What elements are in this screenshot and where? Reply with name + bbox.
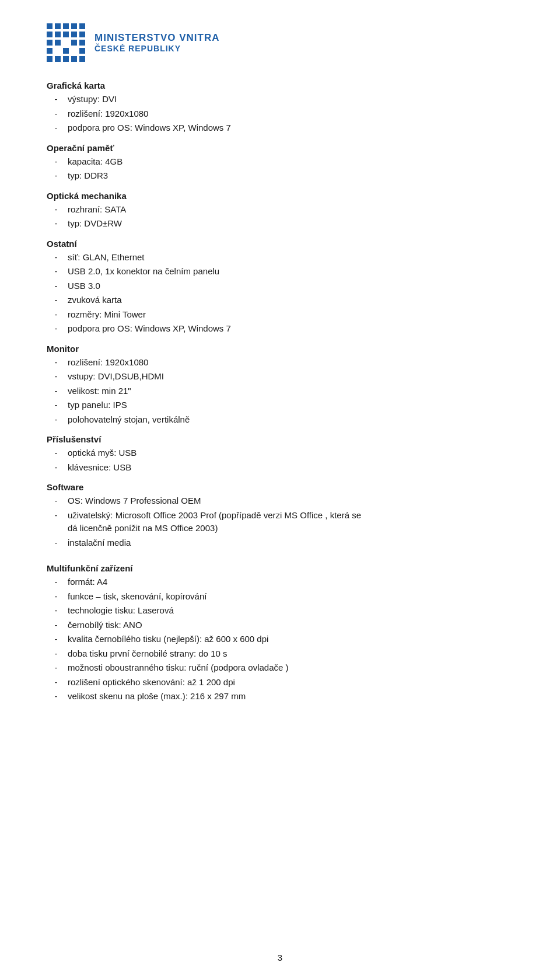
section-title-opticka-mechanika: Optická mechanika	[47, 191, 513, 201]
section-graficka-karta: Grafická karta - výstupy: DVI - rozlišen…	[47, 81, 513, 135]
section-multifunkcni: Multifunkční zařízení - formát: A4 - fun…	[47, 563, 513, 703]
item-text: rozlišení: 1920x1080	[68, 356, 513, 369]
svg-rect-11	[55, 40, 61, 46]
item-text: polohovatelný stojan, vertikálně	[68, 413, 513, 427]
dash: -	[47, 169, 65, 183]
item-text: kapacita: 4GB	[68, 155, 513, 169]
header: MINISTERSTVO VNITRA ČESKÉ REPUBLIKY	[47, 23, 513, 62]
dash: -	[47, 413, 65, 427]
svg-rect-13	[79, 40, 85, 46]
list-item: - síť: GLAN, Ethernet	[47, 251, 513, 264]
item-text: typ panelu: IPS	[68, 399, 513, 412]
svg-rect-0	[47, 23, 52, 29]
list-item: - technologie tisku: Laserová	[47, 604, 513, 618]
item-text: síť: GLAN, Ethernet	[68, 251, 513, 264]
svg-rect-10	[47, 40, 52, 46]
section-title-multifunkcni: Multifunkční zařízení	[47, 563, 513, 573]
dash: -	[47, 121, 65, 135]
dash: -	[47, 447, 65, 460]
item-text: velikost: min 21"	[68, 385, 513, 398]
list-item: - černobílý tisk: ANO	[47, 619, 513, 632]
item-text: velikost skenu na ploše (max.): 216 x 29…	[68, 690, 513, 703]
list-item: - instalační media	[47, 536, 513, 550]
list-monitor: - rozlišení: 1920x1080 - vstupy: DVI,DSU…	[47, 356, 513, 427]
dash: -	[47, 509, 65, 522]
list-item: - vstupy: DVI,DSUB,HDMI	[47, 370, 513, 383]
item-text: podpora pro OS: Windows XP, Windows 7	[68, 121, 513, 135]
list-multifunkcni: - formát: A4 - funkce – tisk, skenování,…	[47, 576, 513, 703]
item-text: možnosti oboustranného tisku: ruční (pod…	[68, 661, 513, 675]
svg-rect-1	[55, 23, 61, 29]
list-item: - typ: DVD±RW	[47, 217, 513, 231]
dash: -	[47, 217, 65, 231]
dash: -	[47, 385, 65, 398]
list-item: - polohovatelný stojan, vertikálně	[47, 413, 513, 427]
list-item: - typ panelu: IPS	[47, 399, 513, 412]
list-item: - rozměry: Mini Tower	[47, 308, 513, 322]
dash: -	[47, 590, 65, 604]
item-text: rozlišení optického skenování: až 1 200 …	[68, 676, 513, 689]
dash: -	[47, 536, 65, 550]
item-text: černobílý tisk: ANO	[68, 619, 513, 632]
item-text: typ: DVD±RW	[68, 217, 513, 231]
item-text: zvuková karta	[68, 294, 513, 307]
item-text: funkce – tisk, skenování, kopírování	[68, 590, 513, 604]
list-item: - podpora pro OS: Windows XP, Windows 7	[47, 121, 513, 135]
list-ostatni: - síť: GLAN, Ethernet - USB 2.0, 1x kone…	[47, 251, 513, 336]
svg-rect-7	[63, 32, 69, 37]
dash: -	[47, 294, 65, 307]
dash: -	[47, 251, 65, 264]
svg-rect-20	[71, 56, 77, 62]
svg-rect-12	[71, 40, 77, 46]
section-monitor: Monitor - rozlišení: 1920x1080 - vstupy:…	[47, 344, 513, 427]
dash: -	[47, 676, 65, 689]
svg-rect-9	[79, 32, 85, 37]
dash: -	[47, 461, 65, 475]
svg-rect-3	[71, 23, 77, 29]
section-title-software: Software	[47, 482, 513, 492]
list-item: - možnosti oboustranného tisku: ruční (p…	[47, 661, 513, 675]
item-text: výstupy: DVI	[68, 93, 513, 106]
svg-rect-5	[47, 32, 52, 37]
list-item: - doba tisku první černobilé strany: do …	[47, 647, 513, 661]
section-operacni-pamet: Operační paměť - kapacita: 4GB - typ: DD…	[47, 143, 513, 183]
dash: -	[47, 356, 65, 369]
list-opticka-mechanika: - rozhraní: SATA - typ: DVD±RW	[47, 203, 513, 231]
dash: -	[47, 370, 65, 383]
item-text: rozměry: Mini Tower	[68, 308, 513, 322]
item-text: rozlišení: 1920x1080	[68, 107, 513, 121]
list-prislusenství: - optická myš: USB - klávesnice: USB	[47, 447, 513, 474]
dash: -	[47, 308, 65, 322]
svg-rect-16	[79, 48, 85, 54]
list-item: - rozlišení: 1920x1080	[47, 356, 513, 369]
section-ostatni: Ostatní - síť: GLAN, Ethernet - USB 2.0,…	[47, 239, 513, 336]
item-text: technologie tisku: Laserová	[68, 604, 513, 618]
dash: -	[47, 280, 65, 293]
list-item: - typ: DDR3	[47, 169, 513, 183]
dash: -	[47, 604, 65, 618]
list-item: - rozlišení optického skenování: až 1 20…	[47, 676, 513, 689]
logo-icon	[47, 23, 85, 62]
list-item: - uživatelský: Microsoft Office 2003 Pro…	[47, 509, 513, 535]
logo-container: MINISTERSTVO VNITRA ČESKÉ REPUBLIKY	[47, 23, 220, 62]
section-title-ostatni: Ostatní	[47, 239, 513, 249]
list-item: - velikost: min 21"	[47, 385, 513, 398]
dash: -	[47, 619, 65, 632]
section-title-operacni-pamet: Operační paměť	[47, 143, 513, 153]
logo-text: MINISTERSTVO VNITRA ČESKÉ REPUBLIKY	[94, 32, 220, 53]
list-item: - USB 2.0, 1x konektor na čelním panelu	[47, 265, 513, 278]
svg-rect-15	[63, 48, 69, 54]
list-item: - velikost skenu na ploše (max.): 216 x …	[47, 690, 513, 703]
svg-rect-4	[79, 23, 85, 29]
item-text: kvalita černobílého tisku (nejlepší): až…	[68, 633, 513, 646]
dash: -	[47, 494, 65, 508]
dash: -	[47, 155, 65, 169]
list-item: - zvuková karta	[47, 294, 513, 307]
logo-line1: MINISTERSTVO VNITRA	[94, 32, 220, 44]
item-text: rozhraní: SATA	[68, 203, 513, 217]
dash: -	[47, 661, 65, 675]
dash: -	[47, 203, 65, 217]
list-item: - USB 3.0	[47, 280, 513, 293]
item-text: USB 2.0, 1x konektor na čelním panelu	[68, 265, 513, 278]
section-title-prislusenství: Příslušenství	[47, 434, 513, 444]
